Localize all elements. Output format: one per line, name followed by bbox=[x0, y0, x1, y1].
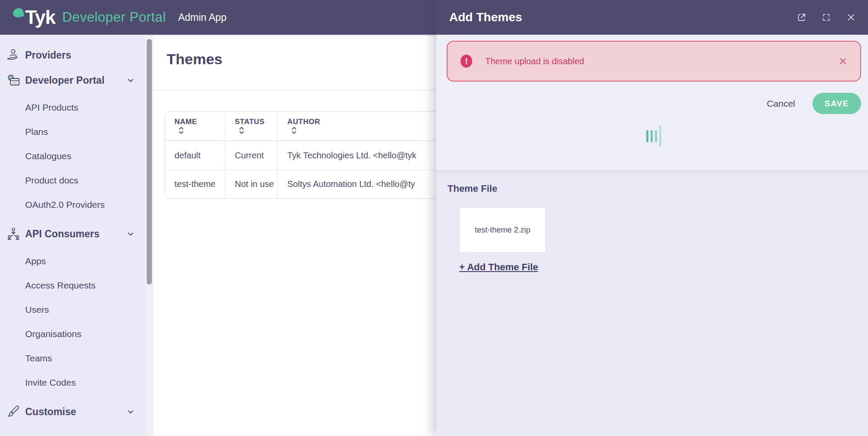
theme-file-heading: Theme File bbox=[447, 183, 858, 194]
sidebar-item-product-docs[interactable]: Product docs bbox=[0, 168, 145, 193]
loader-bar bbox=[646, 130, 648, 142]
open-in-new-window-button[interactable] bbox=[797, 13, 806, 22]
sidebar-item-themes[interactable]: Themes bbox=[0, 427, 145, 436]
theme-file-name: test-theme 2.zip bbox=[475, 226, 530, 235]
tyk-logo: Tyk Developer Portal bbox=[13, 7, 166, 28]
sidebar-item-developer-portal[interactable]: </> Developer Portal bbox=[0, 68, 145, 93]
cell-name: default bbox=[165, 141, 225, 170]
sidebar-item-label: Providers bbox=[25, 49, 135, 61]
sort-icon[interactable] bbox=[239, 126, 244, 134]
chevron-down-icon bbox=[126, 407, 135, 416]
sidebar-item-invite-codes[interactable]: Invite Codes bbox=[0, 370, 145, 395]
sidebar-scrollbar-thumb[interactable] bbox=[147, 39, 152, 285]
sidebar-item-oauth-providers[interactable]: OAuth2.0 Providers bbox=[0, 193, 145, 217]
loader-bar bbox=[659, 125, 661, 147]
fullscreen-icon bbox=[822, 13, 831, 22]
column-header-name[interactable]: NAME bbox=[165, 111, 225, 141]
loader-bar bbox=[655, 130, 657, 142]
portal-window-gear-icon: </> bbox=[5, 72, 22, 89]
sidebar-item-customise[interactable]: Customise bbox=[0, 399, 145, 424]
api-consumers-submenu: Apps Access Requests Users Organisations… bbox=[0, 249, 145, 395]
provider-hand-icon bbox=[5, 47, 22, 63]
dismiss-error-button[interactable] bbox=[838, 57, 847, 66]
error-exclamation-icon: ! bbox=[460, 55, 472, 68]
error-banner: ! Theme upload is disabled bbox=[447, 41, 861, 82]
sidebar: Providers </> Developer Portal API Produ… bbox=[0, 35, 145, 436]
error-message: Theme upload is disabled bbox=[485, 56, 838, 66]
sort-icon[interactable] bbox=[178, 126, 184, 134]
paintbrush-icon bbox=[5, 403, 22, 420]
sidebar-item-apps[interactable]: Apps bbox=[0, 249, 145, 273]
add-theme-file-link[interactable]: + Add Theme File bbox=[459, 262, 538, 273]
svg-text:</>: </> bbox=[12, 81, 17, 85]
sidebar-item-api-products[interactable]: API Products bbox=[0, 95, 145, 120]
column-header-status[interactable]: STATUS bbox=[225, 111, 278, 141]
add-themes-drawer: Add Themes ! Theme upload is disabled Ca… bbox=[436, 0, 868, 436]
consumers-network-icon bbox=[5, 226, 22, 242]
close-icon bbox=[846, 13, 856, 22]
chevron-down-icon bbox=[126, 75, 135, 85]
sidebar-item-catalogues[interactable]: Catalogues bbox=[0, 144, 145, 168]
chevron-down-icon bbox=[126, 229, 135, 239]
admin-app-label: Admin App bbox=[178, 12, 226, 23]
sidebar-item-organisations[interactable]: Organisations bbox=[0, 322, 145, 346]
loading-bars-indicator bbox=[447, 125, 861, 147]
save-button[interactable]: SAVE bbox=[812, 93, 861, 114]
expand-drawer-button[interactable] bbox=[822, 13, 831, 22]
tyk-leaf-icon bbox=[12, 7, 24, 18]
sidebar-scrollbar[interactable] bbox=[145, 36, 153, 436]
cell-status: Current bbox=[225, 141, 278, 170]
sidebar-item-users[interactable]: Users bbox=[0, 298, 145, 322]
drawer-actions: Cancel SAVE bbox=[447, 93, 861, 114]
sidebar-item-label: Developer Portal bbox=[25, 75, 126, 86]
theme-file-section: Theme File test-theme 2.zip + Add Theme … bbox=[436, 171, 868, 436]
close-icon bbox=[838, 57, 847, 66]
sidebar-item-label: Customise bbox=[25, 406, 126, 418]
cancel-button[interactable]: Cancel bbox=[767, 98, 795, 109]
sidebar-item-access-requests[interactable]: Access Requests bbox=[0, 273, 145, 298]
customise-submenu: Themes bbox=[0, 427, 145, 436]
cell-name: test-theme bbox=[165, 170, 225, 198]
drawer-title: Add Themes bbox=[449, 10, 781, 24]
loader-bar bbox=[651, 130, 653, 142]
theme-file-card[interactable]: test-theme 2.zip bbox=[459, 207, 546, 253]
sidebar-item-teams[interactable]: Teams bbox=[0, 346, 145, 370]
cell-status: Not in use bbox=[225, 170, 278, 198]
drawer-form-section: ! Theme upload is disabled Cancel SAVE bbox=[436, 35, 868, 171]
logo-text: Tyk bbox=[25, 7, 56, 28]
close-drawer-button[interactable] bbox=[846, 13, 856, 22]
external-link-icon bbox=[797, 13, 806, 22]
developer-portal-submenu: API Products Plans Catalogues Product do… bbox=[0, 95, 145, 217]
sidebar-item-label: API Consumers bbox=[25, 228, 126, 240]
sidebar-item-providers[interactable]: Providers bbox=[0, 43, 145, 68]
drawer-header: Add Themes bbox=[436, 0, 868, 35]
sort-icon[interactable] bbox=[291, 126, 297, 134]
logo-subtext: Developer Portal bbox=[62, 10, 166, 25]
sidebar-item-api-consumers[interactable]: API Consumers bbox=[0, 221, 145, 246]
sidebar-item-plans[interactable]: Plans bbox=[0, 120, 145, 144]
